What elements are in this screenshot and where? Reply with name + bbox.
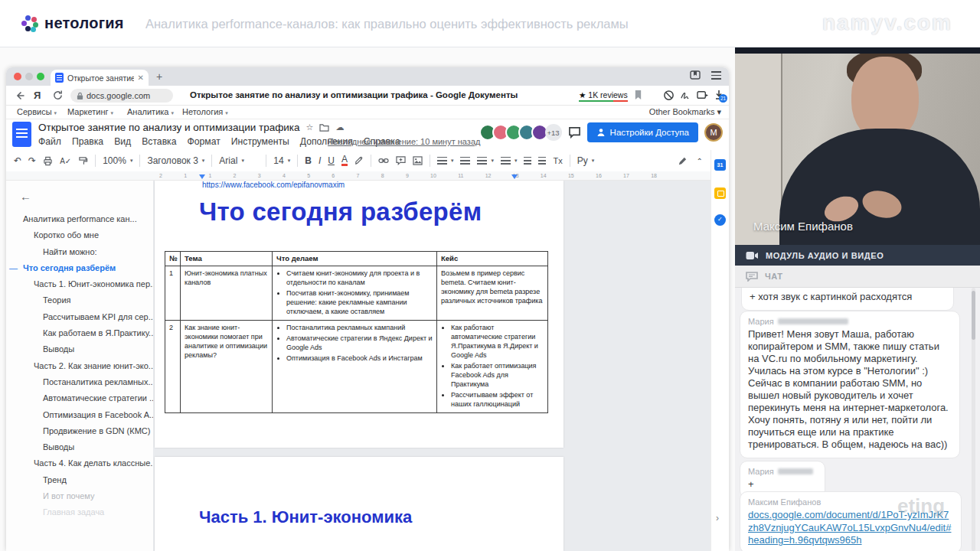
collapse-toolbar-icon[interactable]: ⌃	[697, 157, 703, 165]
calendar-icon[interactable]: 31	[714, 159, 726, 171]
margin-marker-icon[interactable]	[511, 174, 518, 179]
blocker-extension-icon[interactable]	[663, 90, 675, 101]
document-page-1[interactable]: https://www.facebook.com/epifanovmaxim Ч…	[155, 181, 564, 448]
refresh-icon[interactable]	[52, 90, 64, 101]
yandex-icon[interactable]: Я	[34, 90, 41, 101]
align-icon[interactable]	[437, 157, 454, 165]
outline-item[interactable]: Постаналитика рекламных...	[6, 374, 153, 390]
bookmark-icon[interactable]	[634, 90, 642, 100]
keep-icon[interactable]	[714, 187, 726, 199]
audio-video-module-header[interactable]: МОДУЛЬ АУДИО И ВИДЕО	[735, 245, 980, 266]
comments-icon[interactable]	[568, 127, 581, 139]
font-select[interactable]: Arial	[219, 155, 259, 166]
address-bar[interactable]: docs.google.com	[70, 89, 173, 103]
new-tab-button[interactable]: +	[156, 70, 162, 83]
underline-button[interactable]: U	[328, 155, 335, 166]
outline-item[interactable]: Аналитика performance кан...	[6, 211, 153, 227]
share-button[interactable]: Настройки Доступа	[587, 122, 698, 142]
numbered-list-icon[interactable]	[477, 157, 494, 165]
bold-button[interactable]: B	[305, 155, 312, 166]
close-window-button[interactable]	[14, 73, 21, 80]
bookmark-folder-services[interactable]: Сервисы	[17, 107, 57, 116]
paragraph-style-select[interactable]: Заголовок 3	[147, 155, 204, 166]
outline-item[interactable]: Автоматические стратегии ...	[6, 390, 153, 406]
tab-search-icon[interactable]	[690, 70, 701, 80]
editing-mode-icon[interactable]	[678, 156, 688, 166]
menu-view[interactable]: Вид	[114, 136, 131, 147]
google-docs-icon[interactable]	[12, 122, 31, 147]
print-icon[interactable]	[43, 156, 53, 166]
paint-format-icon[interactable]	[78, 156, 88, 166]
signature-extension-icon[interactable]	[680, 90, 691, 101]
back-icon[interactable]	[14, 90, 26, 102]
outline-item[interactable]: Выводы	[6, 439, 153, 455]
indent-marker-icon[interactable]	[199, 174, 205, 179]
insert-comment-icon[interactable]	[396, 156, 406, 165]
doc-title[interactable]: Открытое занятие по анализу и оптимизаци…	[38, 122, 300, 133]
outline-item[interactable]: Часть 4. Как делать классные...	[6, 455, 153, 471]
speaker-video[interactable]: Максим Епифанов	[735, 54, 980, 245]
chat-scrollbar-thumb[interactable]	[972, 291, 975, 340]
document-page-2[interactable]: Часть 1. Юнит-экономика	[155, 457, 564, 551]
document-canvas[interactable]: https://www.facebook.com/epifanovmaxim Ч…	[153, 181, 710, 551]
highlight-icon[interactable]	[354, 156, 364, 165]
indent-icon[interactable]	[538, 157, 546, 165]
browser-menu-icon[interactable]	[711, 71, 721, 80]
chat-section-header[interactable]: ЧАТ	[735, 266, 980, 288]
font-size-select[interactable]: 14	[273, 155, 290, 166]
close-outline-icon[interactable]: ←	[20, 190, 31, 203]
download-extension-icon[interactable]: 21	[714, 90, 724, 101]
tag-extension-icon[interactable]	[697, 90, 709, 101]
outline-item[interactable]: Продвижение в GDN (КМС)	[6, 423, 153, 439]
outline-item[interactable]: И вот почему	[6, 488, 153, 504]
last-edit-link[interactable]: Последнее изменение: 10 минут назад	[328, 137, 480, 146]
reviews-badge[interactable]: ★ 1K reviews	[579, 90, 628, 102]
zoom-window-button[interactable]	[37, 73, 44, 80]
menu-tools[interactable]: Инструменты	[231, 136, 289, 147]
move-folder-icon[interactable]	[319, 123, 329, 132]
tab-close-icon[interactable]: ✕	[138, 73, 144, 82]
outline-item[interactable]: Оптимизация в Facebook A...	[6, 407, 153, 423]
other-bookmarks[interactable]: Other Bookmarks ▾	[649, 107, 721, 117]
menu-file[interactable]: Файл	[38, 136, 61, 147]
insert-image-icon[interactable]	[413, 156, 423, 165]
minimize-window-button[interactable]	[25, 73, 33, 80]
insert-link-icon[interactable]	[378, 156, 389, 165]
avatar-more-badge[interactable]: +13	[545, 124, 562, 141]
chat-scrollbar[interactable]	[972, 288, 975, 551]
star-doc-icon[interactable]: ☆	[306, 122, 314, 132]
outline-item[interactable]: Найти можно:	[6, 244, 153, 260]
bookmark-folder-analytics[interactable]: Аналитика	[127, 107, 174, 116]
clear-format-icon[interactable]: Tx	[553, 156, 562, 165]
menu-insert[interactable]: Вставка	[142, 136, 176, 147]
outline-item-active[interactable]: Что сегодня разберём	[6, 260, 153, 276]
outline-item[interactable]: Коротко обо мне	[6, 227, 153, 243]
outline-item[interactable]: Выводы	[6, 341, 153, 357]
chat-messages[interactable]: + хотя звук с картинкой расходятся Мария…	[735, 288, 980, 551]
outline-item[interactable]: Тренд	[6, 472, 153, 488]
outline-item[interactable]: Часть 1. Юнит-экономика пер...	[6, 276, 153, 292]
text-color-button[interactable]: A	[341, 155, 348, 166]
menu-edit[interactable]: Правка	[72, 136, 103, 147]
line-spacing-icon[interactable]	[460, 157, 470, 165]
input-language-select[interactable]: Ру	[577, 155, 595, 166]
italic-button[interactable]: I	[318, 155, 321, 166]
bookmark-folder-netology[interactable]: Нетология	[182, 107, 228, 116]
outline-item[interactable]: Часть 2. Как знание юнит-эко...	[6, 358, 153, 374]
outline-item[interactable]: Рассчитываем KPI для сер...	[6, 309, 153, 325]
redo-icon[interactable]: ↷	[28, 155, 36, 166]
menu-format[interactable]: Формат	[188, 136, 220, 147]
undo-icon[interactable]: ↶	[14, 155, 21, 166]
outline-item[interactable]: Теория	[6, 292, 153, 308]
browser-tab[interactable]: Открытое занятие по ✕	[51, 70, 149, 86]
zoom-select[interactable]: 100%	[103, 155, 132, 166]
bookmark-folder-marketing[interactable]: Маркетинг	[67, 107, 113, 116]
chevron-right-icon[interactable]: ›	[716, 513, 719, 523]
spellcheck-icon[interactable]: A✓	[60, 157, 71, 165]
outline-item[interactable]: Главная задача	[6, 504, 153, 520]
tasks-icon[interactable]	[714, 214, 726, 226]
bulleted-list-icon[interactable]	[501, 157, 518, 165]
account-avatar[interactable]: M	[704, 123, 723, 142]
outline-item[interactable]: Как работаем в Я.Практику...	[6, 325, 153, 341]
outdent-icon[interactable]	[524, 157, 531, 165]
